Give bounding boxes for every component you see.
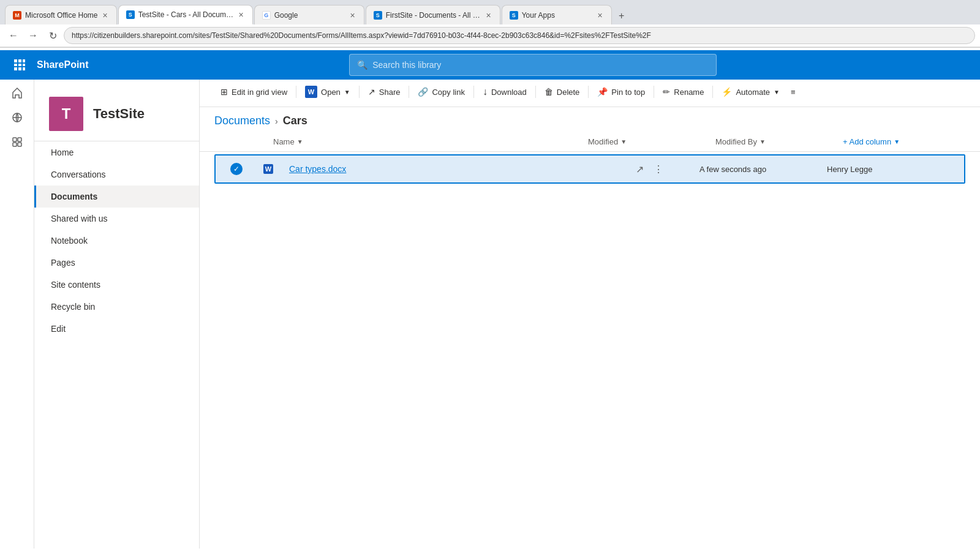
share-button[interactable]: ↗ Share [362,83,407,100]
breadcrumb-current: Cars [283,114,307,127]
site-header: T TestSite [34,87,199,141]
more-row-icon[interactable]: ⋮ [651,161,666,178]
tab-ms-home[interactable]: M Microsoft Office Home × [5,5,117,24]
site-title: TestSite [93,106,145,122]
global-nav [0,77,34,549]
column-modified-sort-icon: ▼ [620,138,627,145]
tab-favicon-sp: S [126,10,135,19]
nav-item-recycle-bin[interactable]: Recycle bin [34,296,199,318]
tab-favicon-firstsite: S [374,11,382,20]
svg-rect-7 [18,67,21,70]
rename-button[interactable]: ✏ Rename [657,83,710,100]
add-column-label: + Add column [843,137,891,146]
doc-icon: W [260,160,277,178]
nav-item-edit[interactable]: Edit [34,318,199,340]
search-box[interactable]: 🔍 Search this library [349,54,717,76]
svg-rect-5 [23,64,25,66]
column-header-modified[interactable]: Modified ▼ [588,137,710,146]
svg-rect-6 [14,67,17,70]
copy-link-button[interactable]: 🔗 Copy link [412,83,470,100]
pin-to-top-label: Pin to top [611,88,645,97]
toolbar-sep-6 [588,86,589,98]
nav-item-pages[interactable]: Pages [34,252,199,274]
breadcrumb-parent-link[interactable]: Documents [214,114,270,127]
toolbar-sep-4 [473,86,474,98]
forward-button[interactable]: → [24,27,42,44]
more-button[interactable]: ≡ [786,84,801,100]
rename-label: Rename [674,88,704,97]
add-column-button[interactable]: + Add column ▼ [843,137,965,146]
tab-title-firstsite: FirstSite - Documents - All Docu... [386,11,481,20]
doc-name[interactable]: Car types.docx [289,164,628,174]
tab-close-google[interactable]: × [349,9,356,21]
automate-button[interactable]: ⚡ Automate ▼ [715,83,786,100]
tab-close-ms-home[interactable]: × [101,9,108,21]
delete-button[interactable]: 🗑 Delete [538,83,586,100]
word-file-icon: W [263,164,273,174]
open-button[interactable]: W Open ▼ [299,82,356,102]
tab-title-ms-home: Microsoft Office Home [25,11,97,20]
tab-testsite-cars[interactable]: S TestSite - Cars - All Documents × [118,5,253,24]
global-sites-button[interactable] [6,107,28,129]
browser-chrome: M Microsoft Office Home × S TestSite - C… [0,0,980,48]
site-nav: T TestSite Home Conversations Documents … [34,77,200,549]
nav-item-conversations[interactable]: Conversations [34,163,199,186]
content-area: ⊞ Edit in grid view W Open ▼ ↗ Share [200,77,980,549]
new-tab-button[interactable]: + [613,7,630,24]
svg-rect-2 [23,59,25,62]
document-list: Name ▼ Modified ▼ Modified By ▼ + Add co… [200,132,980,549]
tab-your-apps[interactable]: S Your Apps × [502,5,612,24]
tab-google[interactable]: G Google × [254,5,364,24]
tab-favicon-g: G [262,11,271,20]
toolbar-sep-5 [535,86,536,98]
tab-firstsite[interactable]: S FirstSite - Documents - All Docu... × [366,5,500,24]
back-button[interactable]: ← [5,27,22,44]
share-label: Share [379,88,401,97]
svg-rect-4 [18,64,21,66]
delete-label: Delete [557,88,580,97]
edit-grid-button[interactable]: ⊞ Edit in grid view [214,83,293,100]
global-home-button[interactable] [6,82,28,104]
doc-modified-by: Henry Legge [827,165,949,174]
toolbar-sep-3 [409,86,409,98]
svg-rect-0 [14,59,17,62]
download-label: Download [491,88,527,97]
nav-item-site-contents[interactable]: Site contents [34,274,199,296]
table-row[interactable]: ✓ W Car types.docx ↗ ⋮ A few seconds ago… [214,154,965,184]
nav-item-notebook[interactable]: Notebook [34,230,199,252]
tab-close-firstsite[interactable]: × [484,9,492,21]
svg-rect-12 [13,143,17,146]
address-bar[interactable]: https://citizenbuilders.sharepoint.com/s… [64,27,975,44]
column-name-sort-icon: ▼ [297,138,303,145]
reload-button[interactable]: ↻ [44,27,61,44]
copy-link-label: Copy link [432,88,464,97]
rename-icon: ✏ [663,87,670,97]
tab-close-your-apps[interactable]: × [596,9,603,21]
tab-bar: M Microsoft Office Home × S TestSite - C… [0,0,980,24]
column-modified-label: Modified [588,137,618,146]
toolbar-sep-2 [359,86,360,98]
tab-close-testsite[interactable]: × [237,9,244,21]
svg-rect-11 [18,138,21,141]
app: SharePoint 🔍 Search this library [0,48,980,549]
column-header-modified-by[interactable]: Modified By ▼ [715,137,838,146]
global-activity-button[interactable] [6,131,28,153]
column-header-name[interactable]: Name ▼ [273,137,583,146]
column-modified-by-sort-icon: ▼ [760,138,766,145]
nav-item-documents[interactable]: Documents [34,186,199,208]
nav-item-shared[interactable]: Shared with us [34,208,199,230]
svg-rect-3 [14,64,17,66]
waffle-menu-button[interactable] [10,55,29,75]
toolbar: ⊞ Edit in grid view W Open ▼ ↗ Share [200,77,980,107]
pin-to-top-button[interactable]: 📌 Pin to top [591,83,651,100]
word-icon: W [305,86,317,98]
share-row-icon[interactable]: ↗ [633,161,646,178]
row-checkbox[interactable]: ✓ [230,163,243,175]
main-container: T TestSite Home Conversations Documents … [0,77,980,549]
tab-title-testsite: TestSite - Cars - All Documents [138,10,234,19]
breadcrumb: Documents › Cars [200,107,980,132]
download-button[interactable]: ↓ Download [477,83,533,101]
download-icon: ↓ [483,86,488,97]
nav-item-home[interactable]: Home [34,141,199,163]
column-headers: Name ▼ Modified ▼ Modified By ▼ + Add co… [200,132,980,152]
